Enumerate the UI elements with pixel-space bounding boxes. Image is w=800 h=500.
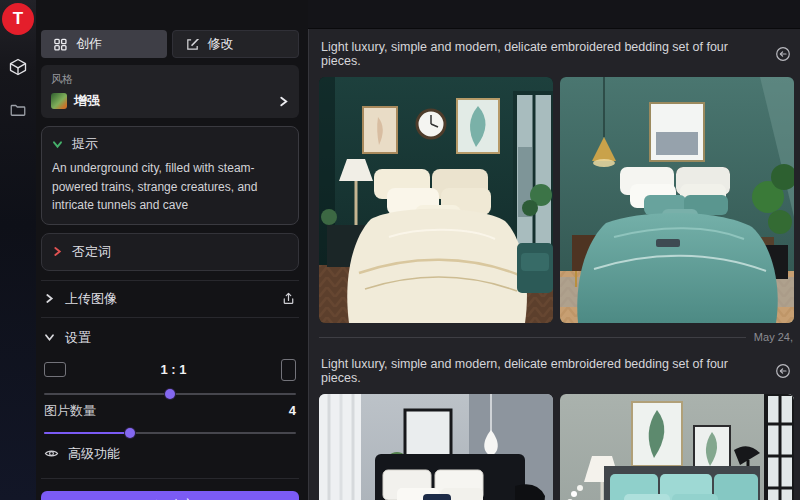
generation-feed[interactable]: Light luxury, simple and modern, delicat… <box>308 29 800 500</box>
prompt-header[interactable]: 提示 <box>52 135 288 153</box>
chevron-right-icon <box>52 246 63 257</box>
prompt-label: 提示 <box>72 135 98 153</box>
upload-image-row[interactable]: 上传图像 <box>41 280 299 318</box>
settings-header[interactable]: 设置 <box>41 320 299 356</box>
generated-image[interactable] <box>319 394 553 500</box>
folder-icon[interactable] <box>9 101 27 119</box>
advanced-label: 高级功能 <box>68 445 120 463</box>
style-thumbnail <box>51 93 67 109</box>
slider-thumb[interactable] <box>165 389 175 399</box>
image-count-control: 图片数量 4 <box>44 402 296 420</box>
main-header <box>308 0 800 29</box>
generated-image[interactable] <box>319 77 553 323</box>
chevron-down-icon <box>44 332 55 343</box>
tab-modify-label: 修改 <box>208 35 234 53</box>
tab-create[interactable]: 创作 <box>41 30 167 58</box>
generation-panel: 创作 修改 风格 增强 提示 An underground city, fill… <box>36 0 308 500</box>
date-label: May 24, <box>754 331 793 343</box>
negative-header[interactable]: 否定词 <box>52 243 288 261</box>
app-window: T 创作 修改 风格 增强 <box>0 0 800 500</box>
prompt-section: 提示 An underground city, filled with stea… <box>41 126 299 225</box>
chevron-right-icon <box>278 96 289 107</box>
image-count-label: 图片数量 <box>44 402 96 420</box>
style-selector[interactable]: 风格 增强 <box>41 65 299 118</box>
portrait-ratio-icon[interactable] <box>281 359 296 381</box>
result-prompt-row: Light luxury, simple and modern, delicat… <box>319 343 793 394</box>
style-label: 风格 <box>51 72 289 87</box>
divider-line <box>319 337 746 338</box>
date-divider: May 24, <box>319 331 793 343</box>
brand-logo[interactable]: T <box>2 3 34 35</box>
generated-image[interactable] <box>560 77 794 323</box>
result-grid <box>319 394 793 500</box>
reuse-prompt-icon[interactable] <box>775 46 791 62</box>
result-prompt-text: Light luxury, simple and modern, delicat… <box>321 357 765 385</box>
model-cube-icon[interactable] <box>8 57 28 77</box>
upload-icon[interactable] <box>281 291 296 306</box>
generated-image[interactable] <box>560 394 794 500</box>
mode-tabs: 创作 修改 <box>41 30 299 58</box>
chevron-right-icon <box>44 293 55 304</box>
confirm-button[interactable]: 确定 <box>41 491 299 500</box>
negative-label: 否定词 <box>72 243 111 261</box>
nav-rail: T <box>0 0 36 500</box>
result-prompt-row: Light luxury, simple and modern, delicat… <box>319 35 793 77</box>
negative-section: 否定词 <box>41 233 299 271</box>
image-count-value: 4 <box>289 403 296 418</box>
landscape-ratio-icon[interactable] <box>44 362 66 377</box>
prompt-input[interactable]: An underground city, filled with steam-p… <box>52 159 288 215</box>
result-prompt-text: Light luxury, simple and modern, delicat… <box>321 40 765 68</box>
eye-icon <box>44 446 59 461</box>
tab-create-label: 创作 <box>76 35 102 53</box>
main-area: Light luxury, simple and modern, delicat… <box>308 0 800 500</box>
style-value: 增强 <box>74 92 271 110</box>
settings-label: 设置 <box>65 329 91 347</box>
upload-label: 上传图像 <box>65 290 117 308</box>
tab-modify[interactable]: 修改 <box>172 30 300 58</box>
advanced-features-row[interactable]: 高级功能 <box>41 445 299 463</box>
aspect-ratio-value: 1 : 1 <box>66 362 281 377</box>
reuse-prompt-icon[interactable] <box>775 363 791 379</box>
result-grid <box>319 77 793 323</box>
chevron-down-icon <box>52 139 63 150</box>
slider-thumb[interactable] <box>125 428 135 438</box>
aspect-ratio-control: 1 : 1 <box>44 359 296 381</box>
